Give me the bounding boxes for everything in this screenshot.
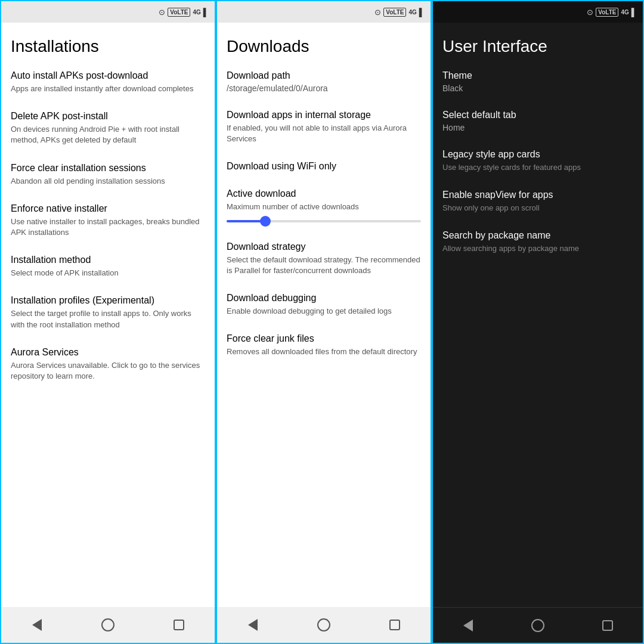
- left-content: Installations Auto install APKs post-dow…: [1, 23, 215, 607]
- setting-install-method-title: Installation method: [11, 255, 205, 265]
- setting-auto-install-title: Auto install APKs post-download: [11, 70, 205, 81]
- setting-force-clear-title: Force clear installation sessions: [11, 163, 205, 174]
- setting-install-profiles-title: Installation profiles (Experimental): [11, 295, 205, 306]
- recent-icon-left: [174, 620, 184, 630]
- setting-search-package[interactable]: Search by package name Allow searching a…: [442, 230, 633, 254]
- signal-4g: 4G: [193, 9, 200, 16]
- volte-badge: VoLTE: [168, 8, 190, 17]
- home-button-right[interactable]: [527, 615, 549, 636]
- signal-bars-right: ▌: [631, 8, 637, 17]
- setting-theme[interactable]: Theme Black: [442, 70, 633, 93]
- middle-panel: ⊙ VoLTE 4G ▌ Downloads Download path /st…: [216, 0, 432, 644]
- setting-auto-install[interactable]: Auto install APKs post-download Apps are…: [11, 70, 205, 94]
- left-panel: ⊙ VoLTE 4G ▌ Installations Auto install …: [0, 0, 216, 644]
- setting-theme-title: Theme: [442, 70, 633, 81]
- right-panel-title: User Interface: [442, 37, 633, 56]
- signal-4g-mid: 4G: [408, 9, 416, 16]
- setting-aurora-services-title: Aurora Services: [11, 347, 205, 358]
- setting-wifi-only[interactable]: Download using WiFi only: [227, 161, 421, 172]
- setting-enforce-native-title: Enforce native installer: [11, 203, 205, 214]
- recent-button-right[interactable]: [597, 615, 618, 636]
- setting-download-debugging[interactable]: Download debugging Enable download debug…: [227, 293, 421, 317]
- back-icon-mid: [248, 619, 258, 631]
- setting-download-internal-title: Download apps in internal storage: [227, 110, 421, 120]
- setting-download-strategy-title: Download strategy: [227, 242, 421, 252]
- home-icon-mid: [317, 618, 330, 631]
- signal-bars-mid: ▌: [419, 8, 425, 17]
- setting-force-clear[interactable]: Force clear installation sessions Abando…: [11, 163, 205, 187]
- setting-install-profiles-desc: Select the target profile to install app…: [11, 308, 205, 330]
- setting-default-tab[interactable]: Select default tab Home: [442, 110, 633, 132]
- back-button-left[interactable]: [26, 614, 48, 636]
- setting-download-internal-desc: If enabled, you will not able to install…: [227, 123, 421, 144]
- right-panel: ⊙ VoLTE 4G ▌ User Interface Theme Black …: [432, 0, 644, 644]
- home-icon-right: [531, 619, 544, 632]
- slider-track: [227, 220, 421, 222]
- setting-download-path-value: /storage/emulated/0/Aurora: [227, 83, 421, 93]
- setting-delete-apk-desc: On devices running Android Pie + with ro…: [11, 124, 205, 145]
- status-icons-middle: ⊙ VoLTE 4G ▌: [374, 8, 425, 17]
- setting-auto-install-desc: Apps are installed instantly after downl…: [11, 83, 205, 94]
- status-bar-right: ⊙ VoLTE 4G ▌: [433, 1, 643, 23]
- wifi-icon-mid: ⊙: [374, 8, 381, 17]
- home-button-mid[interactable]: [313, 614, 335, 636]
- back-icon-left: [32, 619, 42, 631]
- setting-active-download-desc: Maximum number of active downloads: [227, 202, 421, 212]
- signal-4g-right: 4G: [621, 9, 628, 16]
- left-panel-title: Installations: [11, 37, 205, 56]
- wifi-icon-right: ⊙: [587, 8, 593, 17]
- setting-wifi-only-title: Download using WiFi only: [227, 161, 421, 172]
- home-icon-left: [101, 618, 114, 631]
- setting-install-profiles[interactable]: Installation profiles (Experimental) Sel…: [11, 295, 205, 330]
- setting-legacy-cards-title: Legacy style app cards: [442, 149, 633, 160]
- setting-install-method-desc: Select mode of APK installation: [11, 268, 205, 278]
- setting-enforce-native[interactable]: Enforce native installer Use native inst…: [11, 203, 205, 238]
- setting-delete-apk-title: Delete APK post-install: [11, 111, 205, 122]
- status-bar-middle: ⊙ VoLTE 4G ▌: [217, 1, 431, 23]
- setting-active-download[interactable]: Active download Maximum number of active…: [227, 188, 421, 224]
- status-bar-left: ⊙ VoLTE 4G ▌: [1, 1, 215, 23]
- middle-content: Downloads Download path /storage/emulate…: [217, 23, 431, 607]
- status-icons-right: ⊙ VoLTE 4G ▌: [587, 8, 637, 17]
- setting-download-strategy[interactable]: Download strategy Select the default dow…: [227, 242, 421, 276]
- setting-active-download-title: Active download: [227, 188, 421, 199]
- back-button-mid[interactable]: [242, 614, 264, 636]
- nav-bar-middle: [217, 607, 431, 643]
- setting-default-tab-value: Home: [442, 123, 633, 132]
- recent-icon-mid: [389, 620, 400, 630]
- setting-theme-value: Black: [442, 83, 633, 93]
- setting-snapview[interactable]: Enable snapView for apps Show only one a…: [442, 190, 633, 213]
- setting-download-internal[interactable]: Download apps in internal storage If ena…: [227, 110, 421, 144]
- status-icons-left: ⊙ VoLTE 4G ▌: [159, 8, 209, 17]
- back-icon-right: [463, 620, 473, 631]
- setting-snapview-title: Enable snapView for apps: [442, 190, 633, 200]
- setting-download-debugging-desc: Enable download debugging to get detaile…: [227, 306, 421, 317]
- setting-download-strategy-desc: Select the default download strategy. Th…: [227, 255, 421, 276]
- recent-button-mid[interactable]: [384, 614, 405, 636]
- setting-aurora-services[interactable]: Aurora Services Aurora Services unavaila…: [11, 347, 205, 382]
- setting-default-tab-title: Select default tab: [442, 110, 633, 120]
- volte-badge-right: VoLTE: [596, 8, 618, 17]
- volte-badge-mid: VoLTE: [383, 8, 406, 17]
- setting-snapview-desc: Show only one app on scroll: [442, 203, 633, 213]
- recent-button-left[interactable]: [168, 614, 190, 636]
- setting-clear-junk[interactable]: Force clear junk files Removes all downl…: [227, 333, 421, 357]
- setting-force-clear-desc: Abandon all old pending installation ses…: [11, 176, 205, 187]
- setting-legacy-cards[interactable]: Legacy style app cards Use legacy style …: [442, 149, 633, 173]
- slider-thumb[interactable]: [260, 216, 271, 227]
- setting-enforce-native-desc: Use native installer to install packages…: [11, 216, 205, 238]
- setting-search-package-title: Search by package name: [442, 230, 633, 241]
- setting-delete-apk[interactable]: Delete APK post-install On devices runni…: [11, 111, 205, 145]
- signal-bars: ▌: [203, 8, 209, 17]
- setting-install-method[interactable]: Installation method Select mode of APK i…: [11, 255, 205, 278]
- nav-bar-right: [433, 607, 643, 643]
- back-button-right[interactable]: [457, 615, 479, 636]
- setting-search-package-desc: Allow searching apps by package name: [442, 243, 633, 254]
- nav-bar-left: [1, 607, 215, 643]
- setting-clear-junk-desc: Removes all downloaded files from the de…: [227, 346, 421, 357]
- setting-download-path[interactable]: Download path /storage/emulated/0/Aurora: [227, 70, 421, 93]
- middle-panel-title: Downloads: [227, 37, 421, 56]
- home-button-left[interactable]: [97, 614, 119, 636]
- wifi-icon: ⊙: [159, 8, 165, 17]
- active-download-slider-container: [227, 218, 421, 225]
